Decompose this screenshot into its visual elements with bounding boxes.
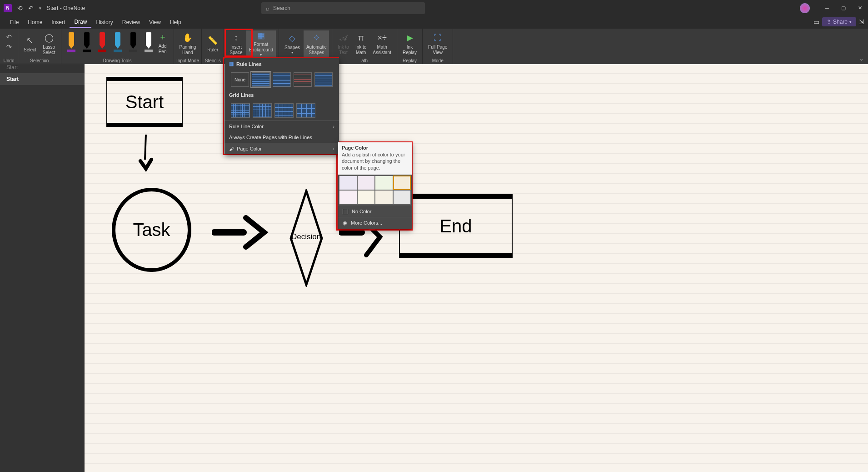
rule-lines-option[interactable]: [294, 72, 312, 87]
tab-history[interactable]: History: [91, 17, 117, 27]
group-mode: Mode: [423, 58, 453, 63]
full-page-view-button[interactable]: ⛶Full Page View: [425, 30, 450, 58]
page-canvas[interactable]: Start Task Decision End: [85, 64, 868, 472]
rule-lines-none[interactable]: None: [231, 72, 249, 87]
page-color-swatch[interactable]: [375, 176, 393, 190]
maximize-button[interactable]: ▢: [835, 0, 852, 16]
page-color-swatch[interactable]: [339, 190, 357, 205]
rule-lines-option[interactable]: [252, 72, 270, 87]
sidebar-item[interactable]: Start: [0, 73, 85, 85]
grid-lines-option[interactable]: [296, 103, 315, 118]
math-assistant-button[interactable]: ×÷Math Assistant: [370, 30, 394, 58]
ribbon: ↶ ↷ Undo ↖Select ◯Lasso Select Selection…: [0, 29, 868, 64]
page-color-flyout: Page Color Add a splash of color to your…: [338, 142, 412, 229]
color-wheel-icon: ◉: [343, 220, 347, 226]
page-color-description: Add a splash of color to your document b…: [338, 151, 412, 175]
group-replay: Replay: [397, 58, 422, 63]
page-color-swatch[interactable]: [393, 190, 411, 205]
no-color-item[interactable]: No Color: [338, 206, 412, 217]
tab-help[interactable]: Help: [165, 17, 186, 27]
search-input[interactable]: ⌕ Search: [261, 2, 425, 14]
rule-lines-option[interactable]: [314, 72, 333, 87]
undo-icon[interactable]: ↶: [5, 32, 13, 41]
page-color-swatch[interactable]: [393, 176, 411, 190]
ribbon-mode-icon[interactable]: ⇲: [859, 18, 864, 25]
qat-customize[interactable]: ▾: [39, 6, 41, 10]
tab-file[interactable]: File: [5, 17, 23, 27]
format-background-dropdown: ▦ Rule Lines None Grid Lines Rule Line C…: [224, 58, 339, 154]
comments-icon[interactable]: ▭: [813, 18, 819, 25]
ruler-icon: 📏: [208, 35, 218, 46]
page-color-swatch[interactable]: [339, 176, 357, 190]
pen-tool[interactable]: [80, 32, 93, 52]
flowchart-task-circle[interactable]: Task: [112, 188, 191, 272]
fullpage-icon: ⛶: [434, 33, 442, 44]
tab-view[interactable]: View: [145, 17, 165, 27]
grid-lines-option[interactable]: [231, 103, 250, 118]
group-input: Input Mode: [174, 58, 202, 63]
always-create-rule-lines-item[interactable]: Always Create Pages with Rule Lines: [224, 132, 339, 143]
pen-tool[interactable]: [111, 32, 124, 52]
select-button[interactable]: ↖Select: [21, 30, 39, 58]
tab-home[interactable]: Home: [23, 17, 47, 27]
pen-tool[interactable]: [127, 32, 140, 52]
arrow-down-icon: [137, 135, 155, 176]
tab-insert[interactable]: Insert: [47, 17, 70, 27]
pen-tool[interactable]: [142, 32, 155, 52]
share-icon: ⇪: [827, 19, 831, 25]
flowchart-start-box[interactable]: Start: [106, 77, 183, 127]
lasso-icon: ◯: [45, 33, 54, 44]
undo-button[interactable]: ↶: [26, 4, 35, 13]
flowchart-task-label: Task: [133, 220, 170, 240]
shapes-button[interactable]: ◇Shapes▾: [282, 30, 303, 58]
back-button[interactable]: ⟲: [15, 4, 25, 13]
page-color-swatch[interactable]: [375, 190, 393, 205]
flowchart-end-box[interactable]: End: [399, 194, 513, 258]
search-icon: ⌕: [266, 5, 269, 12]
plus-icon: ＋: [159, 32, 167, 43]
no-color-icon: [343, 209, 348, 214]
ruler-button[interactable]: 📏Ruler: [205, 30, 221, 58]
document-title: Start - OneNote: [47, 5, 85, 11]
share-button[interactable]: ⇪ Share ▾: [822, 17, 856, 26]
user-avatar[interactable]: [800, 3, 810, 13]
ink-replay-button[interactable]: ▶Ink Replay: [400, 30, 419, 58]
math-assist-icon: ×÷: [377, 33, 386, 44]
title-bar: N ⟲ ↶ ▾ Start - OneNote: [0, 0, 868, 16]
flowchart-start-label: Start: [125, 92, 164, 112]
lasso-select-button[interactable]: ◯Lasso Select: [40, 30, 58, 58]
group-selection: Selection: [18, 58, 61, 63]
page-color-swatch[interactable]: [357, 176, 375, 190]
group-undo: Undo: [0, 58, 18, 63]
ink-to-math-button[interactable]: πInk to Math: [353, 30, 369, 58]
arrow-right-icon: [212, 214, 271, 251]
add-pen-button[interactable]: ＋Add Pen: [155, 30, 171, 56]
shapes-icon: ◇: [289, 33, 295, 44]
page-color-swatch[interactable]: [357, 190, 375, 205]
collapse-ribbon-icon[interactable]: ⌄: [859, 56, 863, 62]
tab-review[interactable]: Review: [118, 17, 145, 27]
minimize-button[interactable]: ─: [819, 0, 835, 16]
grid-lines-option[interactable]: [253, 103, 272, 118]
redo-icon[interactable]: ↷: [5, 42, 13, 51]
page-color-title: Page Color: [338, 142, 412, 151]
rule-lines-header: ▦ Rule Lines: [224, 58, 339, 70]
search-placeholder: Search: [273, 5, 290, 11]
pen-tool[interactable]: [65, 32, 78, 52]
rule-lines-option[interactable]: [273, 72, 291, 87]
rule-line-color-item[interactable]: Rule Line Color›: [224, 121, 339, 132]
sidebar-item[interactable]: Start: [0, 64, 85, 73]
chevron-right-icon: ›: [333, 146, 334, 151]
rule-lines-icon: ▦: [229, 61, 234, 67]
close-button[interactable]: ✕: [852, 0, 868, 16]
page-color-item[interactable]: 🖌 Page Color ›: [224, 143, 339, 154]
page-sidebar: Start Start: [0, 64, 85, 472]
flowchart-decision-label: Decision: [291, 232, 321, 241]
grid-lines-option[interactable]: [274, 103, 294, 118]
pen-tool[interactable]: [96, 32, 109, 52]
more-colors-item[interactable]: ◉ More Colors...: [338, 217, 412, 229]
tab-draw[interactable]: Draw: [70, 17, 91, 28]
automatic-shapes-button[interactable]: ✧Automatic Shapes: [304, 30, 329, 58]
auto-shapes-icon: ✧: [313, 33, 320, 44]
panning-hand-button[interactable]: ✋Panning Hand: [177, 30, 199, 58]
